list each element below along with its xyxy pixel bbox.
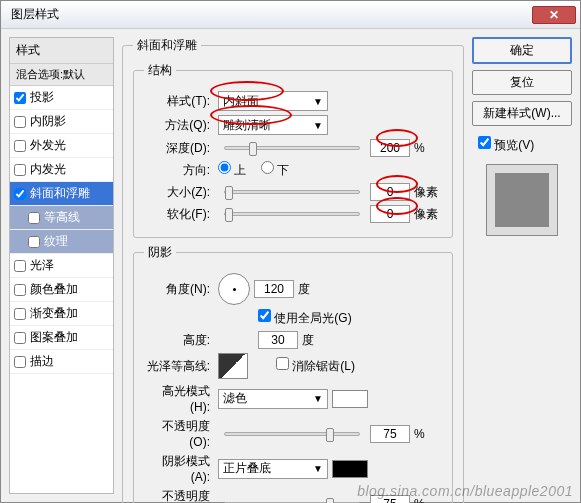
slider-thumb[interactable] [225,186,233,200]
depth-value[interactable]: 200 [370,139,410,157]
checkbox[interactable] [14,140,26,152]
soften-slider[interactable] [224,212,360,216]
cancel-button[interactable]: 复位 [472,70,572,95]
sidebar-item-satin[interactable]: 光泽 [10,254,113,278]
sidebar-item-pattern-overlay[interactable]: 图案叠加 [10,326,113,350]
depth-slider[interactable] [224,146,360,150]
antialias-checkbox[interactable]: 消除锯齿(L) [276,357,355,375]
hmode-value: 滤色 [223,390,247,407]
altitude-value[interactable]: 30 [258,331,298,349]
label: 等高线 [44,209,80,226]
size-slider[interactable] [224,190,360,194]
label: 斜面和浮雕 [30,185,90,202]
highlight-opacity-slider[interactable] [224,432,360,436]
sidebar-item-inner-glow[interactable]: 内发光 [10,158,113,182]
gloss-contour-label: 光泽等高线: [144,358,214,375]
shadow-opacity-label: 不透明度(C): [144,488,214,503]
label: 描边 [30,353,54,370]
titlebar: 图层样式 ✕ [1,1,580,29]
sidebar-item-inner-shadow[interactable]: 内阴影 [10,110,113,134]
checkbox[interactable] [258,309,271,322]
label: 图案叠加 [30,329,78,346]
slider-thumb[interactable] [249,142,257,156]
method-value: 雕刻清晰 [223,117,271,134]
sidebar-item-outer-glow[interactable]: 外发光 [10,134,113,158]
checkbox[interactable] [14,164,26,176]
shadow-color-swatch[interactable] [332,460,368,478]
structure-group: 结构 样式(T): 内斜面▼ 方法(Q): 雕刻清晰▼ 深度(D): [133,62,453,238]
right-panel: 确定 复位 新建样式(W)... 预览(V) [472,37,572,494]
sidebar-item-color-overlay[interactable]: 颜色叠加 [10,278,113,302]
sidebar-header: 样式 [10,38,113,64]
shadow-mode-select[interactable]: 正片叠底▼ [218,459,328,479]
checkbox[interactable] [478,136,491,149]
checkbox[interactable] [14,260,26,272]
close-button[interactable]: ✕ [532,6,576,24]
checkbox[interactable] [14,356,26,368]
ok-button[interactable]: 确定 [472,37,572,64]
method-select[interactable]: 雕刻清晰▼ [218,115,328,135]
checkbox[interactable] [14,308,26,320]
chevron-down-icon: ▼ [313,96,323,107]
checkbox[interactable] [28,212,40,224]
radio-down[interactable] [261,161,274,174]
sidebar-item-gradient-overlay[interactable]: 渐变叠加 [10,302,113,326]
structure-legend: 结构 [144,62,176,79]
soften-value[interactable]: 0 [370,205,410,223]
preview-checkbox[interactable]: 预览(V) [472,136,572,154]
direction-down[interactable]: 下 [261,161,289,179]
panel-title: 斜面和浮雕 [133,37,201,54]
checkbox[interactable] [14,188,26,200]
layer-style-dialog: 图层样式 ✕ 样式 混合选项:默认 投影 内阴影 外发光 内发光 斜面和浮雕 等… [0,0,581,503]
checkbox[interactable] [276,357,289,370]
angle-value[interactable]: 120 [254,280,294,298]
highlight-color-swatch[interactable] [332,390,368,408]
altitude-label: 高度: [144,332,214,349]
blending-options[interactable]: 混合选项:默认 [10,64,113,86]
depth-label: 深度(D): [144,140,214,157]
angle-dial[interactable] [218,273,250,305]
style-select[interactable]: 内斜面▼ [218,91,328,111]
slider-thumb[interactable] [326,428,334,442]
method-label: 方法(Q): [144,117,214,134]
sidebar-item-drop-shadow[interactable]: 投影 [10,86,113,110]
window-title: 图层样式 [5,6,59,23]
angle-unit: 度 [298,281,326,298]
checkbox[interactable] [14,284,26,296]
label: 光泽 [30,257,54,274]
soften-unit: 像素 [414,206,442,223]
sidebar-item-texture[interactable]: 纹理 [10,230,113,254]
new-style-button[interactable]: 新建样式(W)... [472,101,572,126]
direction-label: 方向: [144,162,214,179]
bevel-emboss-panel: 斜面和浮雕 结构 样式(T): 内斜面▼ 方法(Q): 雕刻清晰▼ 深度(D) [122,37,464,494]
label: 外发光 [30,137,66,154]
depth-unit: % [414,141,442,155]
label: 渐变叠加 [30,305,78,322]
preview-swatch [486,164,558,236]
shading-group: 阴影 角度(N): 120 度 使用全局光(G) 高度: [133,244,453,503]
global-light-checkbox[interactable]: 使用全局光(G) [258,309,352,327]
chevron-down-icon: ▼ [313,463,323,474]
checkbox[interactable] [14,116,26,128]
direction-up[interactable]: 上 [218,161,246,179]
smode-value: 正片叠底 [223,460,271,477]
panel-fieldset: 斜面和浮雕 结构 样式(T): 内斜面▼ 方法(Q): 雕刻清晰▼ 深度(D) [122,37,464,503]
highlight-mode-select[interactable]: 滤色▼ [218,389,328,409]
sidebar-item-contour[interactable]: 等高线 [10,206,113,230]
slider-thumb[interactable] [225,208,233,222]
gloss-contour-swatch[interactable] [218,353,248,379]
checkbox[interactable] [28,236,40,248]
hopacity-unit: % [414,427,442,441]
checkbox-drop-shadow[interactable] [14,92,26,104]
size-value[interactable]: 0 [370,183,410,201]
checkbox[interactable] [14,332,26,344]
chevron-down-icon: ▼ [313,393,323,404]
highlight-opacity-value[interactable]: 75 [370,425,410,443]
slider-thumb[interactable] [326,498,334,504]
sidebar-item-stroke[interactable]: 描边 [10,350,113,374]
label: 纹理 [44,233,68,250]
sidebar-item-bevel-emboss[interactable]: 斜面和浮雕 [10,182,113,206]
preview-label: 预览(V) [494,138,534,152]
chevron-down-icon: ▼ [313,120,323,131]
radio-up[interactable] [218,161,231,174]
